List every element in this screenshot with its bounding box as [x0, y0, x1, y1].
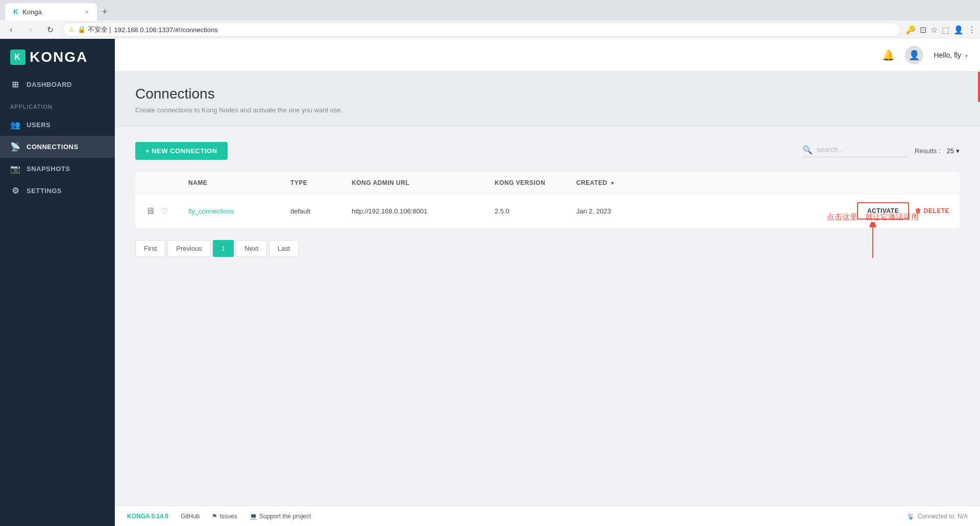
browser-chrome: K Konga × +	[0, 0, 980, 20]
row-created-cell: Jan 2, 2023	[566, 194, 668, 228]
address-text: 192.168.0.106:1337/#!/connections	[114, 26, 218, 34]
page-1-button[interactable]: 1	[213, 240, 234, 257]
support-label: Support the project	[259, 513, 311, 520]
settings-icon: ⚙	[10, 186, 20, 196]
footer-brand: KONGA 0.14.9	[127, 513, 168, 520]
footer-issues-link[interactable]: ⚑ Issues	[212, 513, 237, 520]
col-header-url: KONG ADMIN URL	[341, 172, 484, 194]
new-tab-button[interactable]: +	[97, 3, 113, 20]
col-header-icons	[135, 172, 178, 194]
cast-icon[interactable]: ⊡	[920, 25, 926, 35]
row-name-cell: fly_connections	[178, 194, 280, 228]
forward-button[interactable]: ›	[23, 25, 38, 34]
row-url-cell: http://192.168.0.106:8001	[341, 194, 484, 228]
delete-label: DELETE	[924, 207, 949, 214]
sidebar-item-dashboard[interactable]: ⊞ DASHBOARD	[0, 74, 115, 95]
back-button[interactable]: ‹	[4, 25, 18, 34]
annotation-text: 点击这里，就让它激活可用	[827, 212, 919, 222]
sidebar-item-users[interactable]: 👥 USERS	[0, 114, 115, 136]
results-label: Results :	[915, 147, 941, 155]
support-icon: 💻	[250, 513, 257, 520]
greeting-text: Hello, fly	[934, 51, 961, 59]
col-header-name: NAME	[178, 172, 280, 194]
red-annotation: 点击这里，就让它激活可用	[827, 212, 919, 263]
first-page-button[interactable]: First	[135, 240, 165, 257]
extensions-icon[interactable]: ⬚	[942, 25, 949, 35]
table-container: NAME TYPE KONG ADMIN URL KONG VERSION CR…	[135, 172, 960, 228]
search-box: 🔍	[802, 145, 909, 157]
logo-text: KONGA	[30, 49, 88, 65]
greeting-caret-icon: ▾	[965, 53, 968, 59]
page-subtitle: Create connections to Kong Nodes and act…	[135, 106, 960, 114]
issues-icon: ⚑	[212, 513, 217, 520]
menu-icon[interactable]: ⋮	[968, 25, 976, 35]
page-header: Connections Create connections to Kong N…	[115, 71, 980, 127]
content-area: + NEW CONNECTION 🔍 Results : 25 ▾	[115, 127, 980, 272]
search-area: 🔍 Results : 25 ▾	[802, 145, 960, 157]
connection-name-link[interactable]: fly_connections	[188, 207, 234, 215]
footer-support-link[interactable]: 💻 Support the project	[250, 513, 311, 520]
notification-bell-icon[interactable]: 🔔	[882, 49, 895, 61]
footer-connected-status: 📡 Connected to: N/A	[907, 513, 968, 520]
dashboard-icon: ⊞	[10, 80, 20, 89]
results-count: 25	[947, 147, 954, 155]
sidebar-section-application: APPLICATION	[0, 95, 115, 114]
sidebar-item-connections[interactable]: 📡 CONNECTIONS	[0, 136, 115, 158]
search-icon: 🔍	[802, 145, 813, 155]
sidebar-label-users: USERS	[27, 121, 51, 129]
header-actions: 🔔 👤 Hello, fly ▾	[882, 46, 968, 64]
connected-text: Connected to: N/A	[918, 513, 968, 520]
address-bar[interactable]: ⚠ 🔒 不安全 | 192.168.0.106:1337/#!/connecti…	[62, 22, 900, 37]
results-caret-icon: ▾	[956, 147, 960, 155]
browser-actions: 🔑 ⊡ ☆ ⬚ 👤 ⋮	[905, 25, 976, 35]
col-header-version: KONG VERSION	[484, 172, 566, 194]
annotation-arrow-svg	[857, 222, 888, 263]
key-icon[interactable]: 🔑	[905, 25, 916, 35]
tab-close-button[interactable]: ×	[85, 8, 89, 16]
footer-github-link[interactable]: GitHub	[181, 513, 200, 520]
previous-page-button[interactable]: Previous	[167, 240, 211, 257]
col-header-created[interactable]: CREATED ▾	[566, 172, 668, 194]
new-connection-button[interactable]: + NEW CONNECTION	[135, 142, 228, 160]
profile-icon[interactable]: 👤	[953, 25, 964, 35]
address-prefix: 🔒 不安全 |	[78, 25, 111, 34]
col-header-type: TYPE	[280, 172, 341, 194]
table-head: NAME TYPE KONG ADMIN URL KONG VERSION CR…	[135, 172, 960, 194]
row-type-cell: default	[280, 194, 341, 228]
avatar-icon: 👤	[909, 50, 920, 61]
next-page-button[interactable]: Next	[236, 240, 267, 257]
user-greeting[interactable]: Hello, fly ▾	[934, 51, 968, 59]
sidebar-item-settings[interactable]: ⚙ SETTINGS	[0, 180, 115, 202]
favorite-icon[interactable]: ♡	[161, 206, 168, 216]
bookmark-icon[interactable]: ☆	[930, 25, 938, 35]
user-avatar[interactable]: 👤	[905, 46, 923, 64]
created-label: CREATED	[576, 179, 607, 186]
row-icons-cell: 🖥 ♡	[135, 194, 178, 228]
snapshots-icon: 📷	[10, 164, 20, 174]
search-input[interactable]	[817, 146, 909, 154]
tab-title: Konga	[22, 8, 42, 16]
main-content: Connections Create connections to Kong N…	[115, 71, 980, 506]
scroll-indicator	[978, 71, 980, 102]
toolbar: + NEW CONNECTION 🔍 Results : 25 ▾	[135, 142, 960, 160]
sidebar-label-connections: CONNECTIONS	[27, 143, 79, 151]
delete-button[interactable]: 🗑 DELETE	[915, 207, 949, 214]
sort-icon: ▾	[611, 180, 614, 186]
results-count-dropdown[interactable]: 25 ▾	[947, 147, 960, 155]
sidebar-label-settings: SETTINGS	[27, 187, 62, 195]
main-wrapper: 🔔 👤 Hello, fly ▾ Connections Create conn…	[115, 39, 980, 526]
sidebar-item-snapshots[interactable]: 📷 SNAPSHOTS	[0, 158, 115, 180]
app-container: K KONGA ⊞ DASHBOARD APPLICATION 👥 USERS …	[0, 39, 980, 526]
browser-tabs: K Konga × +	[5, 0, 113, 20]
reload-button[interactable]: ↻	[43, 25, 57, 35]
browser-tab-konga[interactable]: K Konga ×	[5, 3, 97, 20]
last-page-button[interactable]: Last	[269, 240, 299, 257]
row-icons: 🖥 ♡	[145, 206, 168, 217]
top-header: 🔔 👤 Hello, fly ▾	[115, 39, 980, 71]
col-header-actions	[668, 172, 960, 194]
footer: KONGA 0.14.9 GitHub ⚑ Issues 💻 Support t…	[115, 506, 980, 526]
tab-favicon: K	[13, 8, 18, 16]
sidebar-label-dashboard: DASHBOARD	[27, 81, 72, 88]
lock-icon: ⚠	[69, 26, 75, 33]
sidebar-label-snapshots: SNAPSHOTS	[27, 165, 70, 173]
